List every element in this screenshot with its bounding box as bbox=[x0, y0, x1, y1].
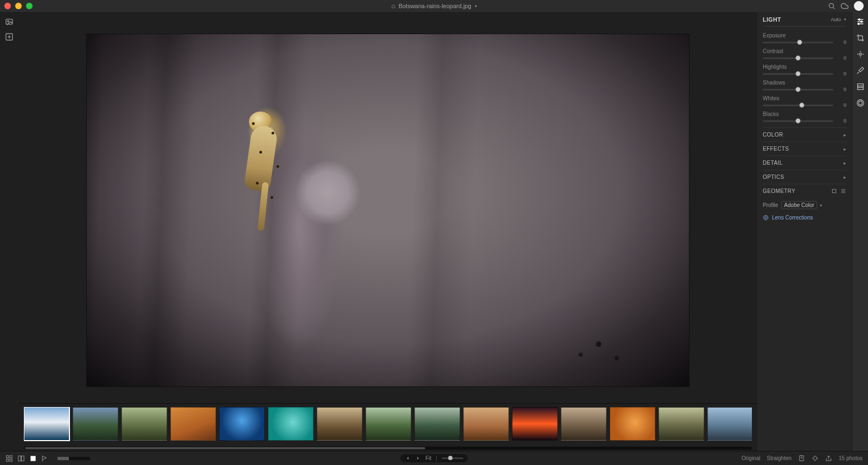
edit-sliders-icon[interactable] bbox=[856, 17, 865, 26]
svg-point-17 bbox=[860, 21, 862, 23]
search-icon[interactable] bbox=[828, 2, 835, 10]
slider-label: Exposure bbox=[763, 33, 846, 38]
slider-knob[interactable] bbox=[797, 40, 802, 45]
compare-view-icon[interactable] bbox=[17, 455, 25, 462]
slider-knob[interactable] bbox=[795, 55, 801, 61]
cloud-icon[interactable] bbox=[841, 2, 848, 10]
thumbnail[interactable] bbox=[414, 407, 460, 441]
slider-whites[interactable]: Whites0 bbox=[763, 94, 846, 109]
slider-value: 0 bbox=[837, 71, 846, 76]
slider-track[interactable] bbox=[763, 42, 833, 43]
slider-knob[interactable] bbox=[799, 102, 805, 108]
svg-rect-26 bbox=[10, 455, 12, 457]
chevron-down-icon[interactable]: ▾ bbox=[475, 4, 477, 9]
share-icon[interactable] bbox=[825, 455, 832, 462]
slider-highlights[interactable]: Highlights0 bbox=[763, 62, 846, 78]
upright-icon[interactable] bbox=[831, 188, 837, 194]
svg-rect-20 bbox=[857, 84, 863, 90]
slider-track[interactable] bbox=[763, 120, 833, 122]
flag-icon[interactable] bbox=[41, 455, 49, 462]
thumbnail[interactable] bbox=[268, 407, 314, 441]
slider-track[interactable] bbox=[763, 89, 833, 91]
photo-preview[interactable] bbox=[87, 34, 689, 386]
guided-icon[interactable] bbox=[840, 188, 846, 194]
slider-exposure[interactable]: Exposure0 bbox=[763, 31, 846, 47]
thumbnail[interactable] bbox=[707, 407, 752, 441]
status-straighten[interactable]: Straighten bbox=[767, 455, 792, 461]
status-original[interactable]: Original bbox=[742, 455, 760, 461]
slider-label: Contrast bbox=[763, 48, 846, 54]
zoom-controls[interactable]: Fit | bbox=[400, 454, 468, 462]
lens-link-label: Lens Corrections bbox=[772, 215, 813, 221]
slider-knob[interactable] bbox=[795, 71, 801, 76]
detail-view-icon[interactable] bbox=[29, 455, 37, 462]
close-window-button[interactable] bbox=[4, 3, 11, 9]
prev-photo-icon[interactable] bbox=[405, 455, 411, 461]
thumbnail[interactable] bbox=[24, 407, 69, 441]
add-icon[interactable] bbox=[5, 33, 14, 41]
brush-icon[interactable] bbox=[856, 66, 865, 75]
svg-rect-29 bbox=[18, 456, 21, 461]
thumbnail-size-slider[interactable] bbox=[58, 457, 90, 460]
maximize-window-button[interactable] bbox=[26, 3, 33, 9]
section-effects[interactable]: EFFECTS▸ bbox=[763, 141, 846, 156]
section-color[interactable]: COLOR▸ bbox=[763, 127, 846, 141]
info-icon[interactable] bbox=[798, 455, 805, 462]
section-label: GEOMETRY bbox=[763, 188, 795, 194]
slider-knob[interactable] bbox=[795, 87, 801, 92]
slider-shadows[interactable]: Shadows0 bbox=[763, 78, 846, 94]
avatar[interactable] bbox=[854, 1, 864, 11]
thumbnail[interactable] bbox=[610, 407, 655, 441]
slider-blacks[interactable]: Blacks0 bbox=[763, 109, 846, 125]
zoom-track[interactable] bbox=[442, 457, 463, 459]
slider-value: 0 bbox=[837, 102, 846, 108]
photo-subject-leopard bbox=[244, 112, 292, 231]
panel-mode[interactable]: Auto ▾ bbox=[831, 17, 846, 22]
thumbnail[interactable] bbox=[561, 407, 607, 441]
center-column bbox=[18, 12, 757, 451]
linear-gradient-icon[interactable] bbox=[856, 82, 865, 91]
svg-rect-27 bbox=[7, 459, 9, 461]
section-geometry[interactable]: GEOMETRY bbox=[763, 184, 846, 198]
slider-label: Highlights bbox=[763, 64, 846, 70]
zoom-fit-label[interactable]: Fit bbox=[425, 455, 431, 461]
chevron-right-icon: ▸ bbox=[844, 160, 846, 166]
section-optics[interactable]: OPTICS▸ bbox=[763, 170, 846, 184]
slider-track[interactable] bbox=[763, 57, 833, 59]
section-detail[interactable]: DETAIL▸ bbox=[763, 156, 846, 170]
thumbnail[interactable] bbox=[317, 407, 362, 441]
keywords-icon[interactable] bbox=[812, 455, 819, 462]
thumbnail[interactable] bbox=[366, 407, 411, 441]
svg-rect-25 bbox=[7, 455, 9, 457]
lens-corrections-link[interactable]: Lens Corrections bbox=[763, 212, 846, 223]
thumbnail[interactable] bbox=[463, 407, 509, 441]
svg-rect-31 bbox=[30, 456, 35, 461]
canvas[interactable] bbox=[18, 12, 757, 403]
thumbnail[interactable] bbox=[122, 407, 167, 441]
thumbnail[interactable] bbox=[512, 407, 558, 441]
next-photo-icon[interactable] bbox=[415, 455, 421, 461]
thumbnail[interactable] bbox=[219, 407, 265, 441]
grid-view-icon[interactable] bbox=[5, 455, 13, 462]
slider-value: 0 bbox=[837, 87, 846, 92]
slider-track[interactable] bbox=[763, 73, 833, 75]
chevron-right-icon: ▸ bbox=[844, 146, 846, 152]
photos-icon[interactable] bbox=[5, 17, 14, 26]
slider-knob[interactable] bbox=[795, 118, 801, 124]
thumbnail[interactable] bbox=[73, 407, 118, 441]
filmstrip-scrollbar[interactable] bbox=[24, 447, 752, 450]
section-label: DETAIL bbox=[763, 160, 783, 166]
thumbnail[interactable] bbox=[170, 407, 216, 441]
section-label: OPTICS bbox=[763, 174, 784, 180]
slider-contrast[interactable]: Contrast0 bbox=[763, 47, 846, 62]
minimize-window-button[interactable] bbox=[15, 3, 22, 9]
profile-row[interactable]: Profile Adobe Color ▸ bbox=[763, 200, 846, 210]
slider-track[interactable] bbox=[763, 105, 833, 106]
radial-gradient-icon[interactable] bbox=[856, 99, 865, 107]
healing-brush-icon[interactable] bbox=[856, 50, 865, 59]
home-icon[interactable]: ⌂ bbox=[391, 2, 395, 10]
thumbnail[interactable] bbox=[659, 407, 704, 441]
crop-icon[interactable] bbox=[856, 34, 865, 42]
photo-count: 15 photos bbox=[839, 455, 863, 461]
document-title: Botswana-rains-leopard.jpg bbox=[399, 3, 471, 9]
